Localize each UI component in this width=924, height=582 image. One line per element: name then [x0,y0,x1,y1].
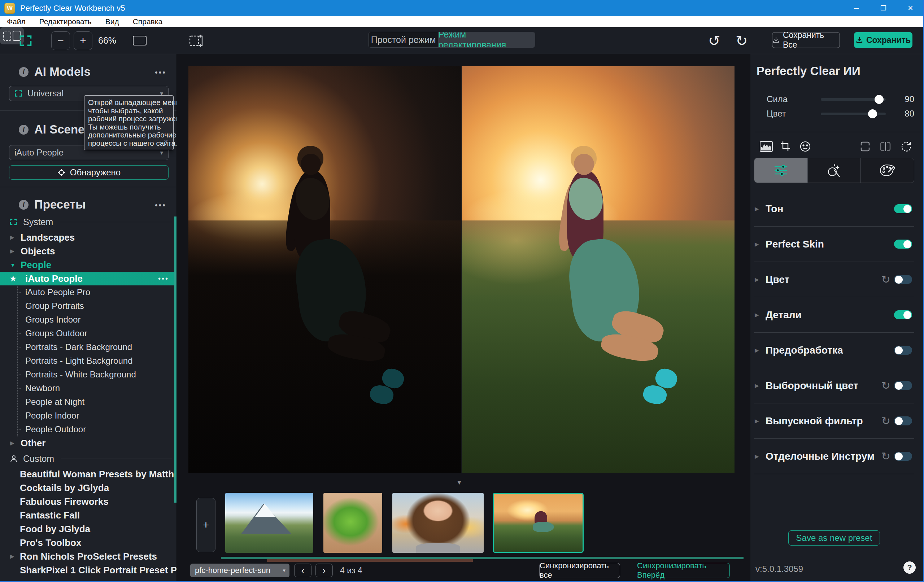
info-icon[interactable]: i [19,67,28,77]
expand-triangle-icon[interactable]: ▶ [755,276,759,283]
split-vertical-icon[interactable] [879,140,892,153]
preset-item[interactable]: ▶Ron Nichols ProSelect Presets [0,549,177,563]
tab-looks[interactable] [861,158,914,183]
preset-item[interactable]: Newborn [0,381,177,395]
preset-item[interactable]: Custom [0,450,177,467]
toggle-off[interactable] [894,275,912,284]
ai-models-menu-icon[interactable]: ••• [155,68,167,77]
expand-triangle-icon[interactable]: ▶ [755,206,759,212]
previous-image-button[interactable]: ‹ [294,564,312,577]
preset-group[interactable]: ▶Landscapes [0,231,177,244]
slider-thumb[interactable] [868,109,877,118]
expand-triangle-icon[interactable]: ▶ [755,312,759,318]
filename-dropdown[interactable]: pfc-home-perfect-sunlig ▾ [190,564,289,577]
preset-item[interactable]: People at Night [0,395,177,409]
reset-icon[interactable]: ↻ [881,450,891,463]
minimize-button[interactable]: ─ [843,0,870,16]
toggle-on[interactable] [894,204,912,213]
detected-button[interactable]: Обнаружено [9,165,168,180]
expand-triangle-icon[interactable]: ▶ [10,440,15,446]
toggle-off[interactable] [894,381,912,390]
close-button[interactable]: ✕ [897,0,924,16]
tab-adjustments[interactable] [754,158,808,183]
expand-triangle-icon[interactable]: ▶ [10,248,15,254]
save-button[interactable]: Сохранить [854,32,912,48]
slider-track[interactable] [821,98,886,101]
toggle-off[interactable] [894,416,912,425]
thumbnail-woman-portrait[interactable] [392,493,483,553]
undo-icon[interactable]: ↺ [708,27,720,54]
preset-group[interactable]: ▼People [0,258,177,272]
section-row[interactable]: ▶Отделочные Инструменты↻ [754,439,914,474]
preset-item[interactable]: Cocktails by JGlyda [0,481,177,495]
single-view-icon[interactable] [133,27,147,54]
preset-group[interactable]: ▶Objects [0,244,177,258]
slider-track[interactable] [821,112,886,115]
favorite-star-icon[interactable]: ★ [9,274,17,284]
tab-edit-mode[interactable]: Режим редактирования [438,32,535,47]
menu-edit[interactable]: Редактировать [33,16,99,27]
thumbnail-sunset-woman-selected[interactable] [493,493,584,553]
toggle-off[interactable] [894,346,912,354]
expand-triangle-icon[interactable]: ▶ [755,241,759,247]
preset-item[interactable]: Portraits - Light Background [0,354,177,368]
expand-triangle-icon[interactable]: ▶ [10,234,15,241]
section-row[interactable]: ▶Цвет↻ [754,262,914,297]
preset-item[interactable]: System [0,213,177,231]
expand-triangle-icon[interactable]: ▶ [755,453,759,460]
filmstrip-scrollbar[interactable] [221,557,744,559]
next-image-button[interactable]: › [315,564,333,577]
expand-triangle-icon[interactable]: ▶ [10,553,15,560]
preset-item[interactable]: Groups Indoor [0,313,177,326]
zoom-out-button[interactable]: − [51,31,70,50]
tab-retouch[interactable] [808,158,861,183]
collapse-triangle-icon[interactable]: ▼ [10,262,15,268]
zoom-in-button[interactable]: + [74,31,92,50]
before-image[interactable] [188,66,461,473]
preset-item[interactable]: Group Portraits [0,299,177,313]
filmstrip-collapse-icon[interactable]: ▼ [456,479,462,486]
info-icon[interactable]: i [19,125,28,135]
sidebyside-view-icon[interactable] [188,27,204,54]
expand-triangle-icon[interactable]: ▶ [755,347,759,354]
preset-group[interactable]: ▶Other [0,436,177,450]
rotate-icon[interactable] [900,140,913,153]
preset-item[interactable]: People Outdoor [0,422,177,436]
section-row[interactable]: ▶Выборочный цвет↻ [754,368,914,403]
tab-simple-mode[interactable]: Простой режим [368,32,438,47]
sidebar-scrollbar[interactable] [174,216,177,503]
slider-thumb[interactable] [874,95,884,104]
split-horizontal-icon[interactable] [859,140,872,153]
histogram-icon[interactable] [760,140,773,153]
sync-all-button[interactable]: Синхронизировать все [539,563,620,578]
thumbnail-mountain-landscape[interactable] [225,493,313,553]
preset-item[interactable]: Fantastic Fall [0,508,177,522]
preset-item[interactable]: Pro's Toolbox [0,536,177,549]
menu-help[interactable]: Справка [126,16,169,27]
preset-item[interactable]: People Indoor [0,409,177,422]
section-row[interactable]: ▶Perfect Skin [754,227,914,262]
expand-triangle-icon[interactable]: ▶ [755,418,759,424]
preset-item[interactable]: Food by JGlyda [0,522,177,536]
section-row[interactable]: ▶Выпускной фильтр↻ [754,403,914,439]
reset-icon[interactable]: ↻ [881,379,891,392]
reset-icon[interactable]: ↻ [881,415,891,427]
save-all-button[interactable]: Сохранить Все [772,32,840,48]
reset-icon[interactable]: ↻ [881,273,891,286]
preset-item[interactable]: iAuto People Pro [0,285,177,299]
expand-triangle-icon[interactable]: ▶ [755,383,759,389]
save-as-new-preset-button[interactable]: Save as new preset [788,531,880,546]
section-row[interactable]: ▶Тон [754,191,914,227]
menu-view[interactable]: Вид [99,16,126,27]
preset-item[interactable]: Portraits - White Background [0,368,177,381]
section-row[interactable]: ▶Предобработка [754,333,914,368]
after-image[interactable] [462,66,734,473]
preset-item[interactable]: Fabulous Fireworks [0,495,177,508]
face-retouch-icon[interactable] [799,140,812,153]
add-image-button[interactable]: + [196,498,216,552]
toggle-on[interactable] [894,239,912,249]
redo-icon[interactable]: ↻ [736,27,748,54]
thumbnail-iguana[interactable] [323,493,382,553]
preset-item-selected[interactable]: ★iAuto People••• [0,272,177,285]
sync-forward-button[interactable]: Синхронизировать Вперёд [637,563,730,578]
